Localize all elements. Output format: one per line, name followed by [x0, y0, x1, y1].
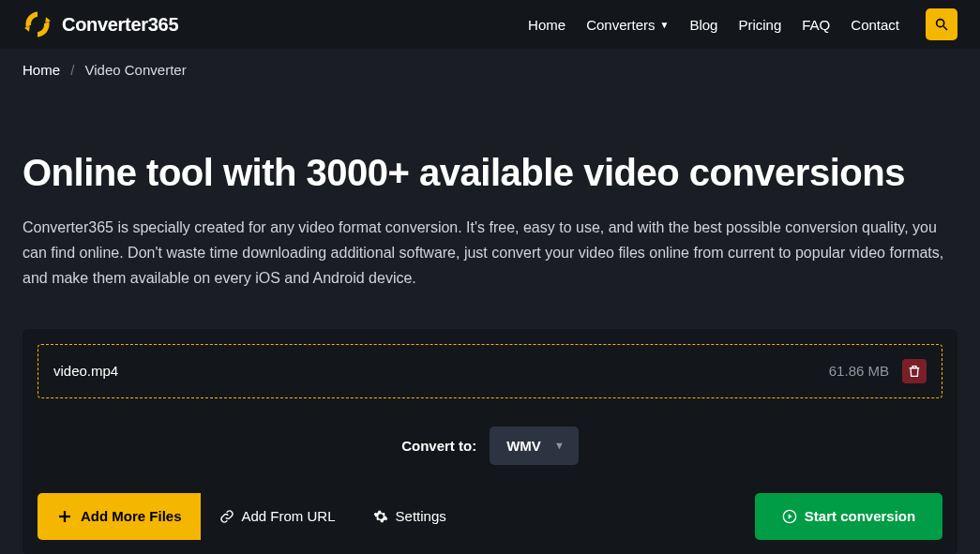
nav-blog[interactable]: Blog [689, 17, 717, 33]
convert-row: Convert to: WMV ▼ [38, 410, 942, 482]
nav-contact[interactable]: Contact [851, 17, 899, 33]
plus-icon [56, 508, 73, 525]
nav-converters[interactable]: Converters ▼ [586, 17, 669, 33]
file-meta: 61.86 MB [829, 359, 927, 383]
breadcrumb-current: Video Converter [85, 62, 187, 78]
trash-icon [907, 364, 922, 379]
main-content: Online tool with 3000+ available video c… [0, 91, 980, 292]
logo-icon [23, 9, 53, 39]
nav-pricing[interactable]: Pricing [738, 17, 781, 33]
breadcrumb-home[interactable]: Home [23, 62, 60, 78]
converter-panel: video.mp4 61.86 MB Convert to: WMV ▼ [23, 329, 957, 554]
file-name: video.mp4 [53, 363, 118, 379]
format-select[interactable]: WMV ▼ [490, 427, 579, 465]
page-description: Converter365 is specially created for an… [23, 215, 946, 292]
delete-file-button[interactable] [902, 359, 927, 383]
nav-home[interactable]: Home [528, 17, 565, 33]
logo-text: Converter365 [62, 14, 178, 36]
nav-faq[interactable]: FAQ [802, 17, 830, 33]
logo[interactable]: Converter365 [23, 9, 178, 39]
spacer [465, 493, 755, 540]
svg-marker-7 [788, 514, 792, 518]
main-nav: Home Converters ▼ Blog Pricing FAQ Conta… [528, 8, 957, 40]
topbar: Converter365 Home Converters ▼ Blog Pric… [0, 0, 980, 49]
breadcrumb-separator: / [70, 62, 74, 78]
add-more-files-button[interactable]: Add More Files [38, 493, 201, 540]
breadcrumbs: Home / Video Converter [0, 49, 980, 91]
nav-converters-label: Converters [586, 17, 655, 33]
start-conversion-button[interactable]: Start conversion [755, 493, 942, 540]
add-from-url-button[interactable]: Add From URL [201, 493, 354, 540]
svg-marker-0 [24, 26, 30, 32]
play-circle-icon [782, 509, 797, 524]
convert-to-label: Convert to: [401, 438, 476, 454]
gear-icon [373, 509, 388, 524]
add-more-files-label: Add More Files [81, 508, 182, 524]
file-size: 61.86 MB [829, 363, 889, 379]
search-icon [934, 17, 949, 32]
file-row: video.mp4 61.86 MB [38, 344, 942, 398]
add-from-url-label: Add From URL [242, 508, 336, 524]
settings-button[interactable]: Settings [354, 493, 465, 540]
caret-down-icon: ▼ [659, 20, 669, 30]
settings-label: Settings [396, 508, 446, 524]
link-icon [219, 509, 234, 524]
start-conversion-label: Start conversion [805, 508, 915, 524]
selected-format: WMV [506, 438, 541, 454]
page-headline: Online tool with 3000+ available video c… [23, 152, 957, 194]
svg-line-3 [943, 26, 947, 30]
actions-row: Add More Files Add From URL Settings Sta… [38, 493, 942, 540]
svg-point-2 [937, 20, 944, 27]
search-button[interactable] [926, 8, 957, 40]
svg-marker-1 [45, 17, 51, 22]
caret-down-icon: ▼ [554, 440, 565, 451]
